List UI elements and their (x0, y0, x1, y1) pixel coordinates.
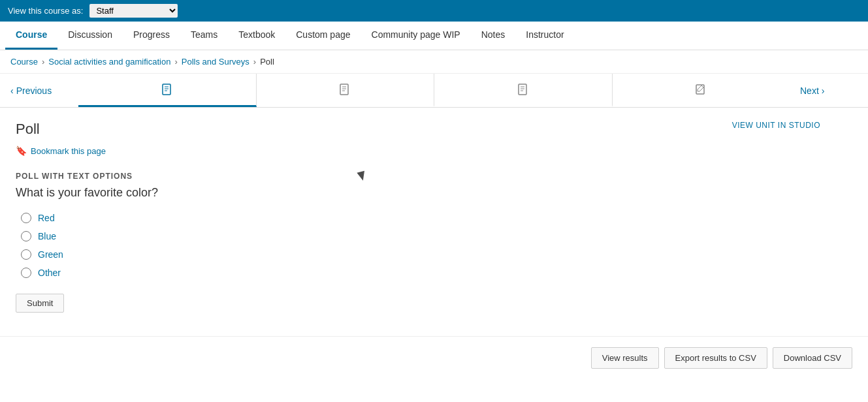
poll-option-green[interactable]: Green (21, 249, 820, 260)
poll-options: Red Blue Green Other (21, 213, 820, 278)
label-red[interactable]: Red (38, 213, 55, 223)
next-chevron-icon: › (822, 85, 825, 96)
radio-blue[interactable] (21, 231, 31, 241)
tab-course[interactable]: Course (5, 22, 57, 50)
bottom-actions: View results Export results to CSV Downl… (0, 336, 868, 379)
poll-option-blue[interactable]: Blue (21, 231, 820, 241)
tab-custom-page[interactable]: Custom page (285, 22, 361, 50)
label-green[interactable]: Green (38, 249, 63, 260)
book-icon-3 (517, 84, 529, 95)
breadcrumb-current: Poll (260, 57, 274, 67)
tab-discussion[interactable]: Discussion (57, 22, 123, 50)
breadcrumb: Course › Social activities and gamificat… (0, 50, 868, 74)
view-studio-link[interactable]: VIEW UNIT IN STUDIO (732, 121, 820, 130)
next-button[interactable]: Next › (790, 74, 868, 107)
prev-button[interactable]: ‹ Previous (0, 74, 78, 107)
label-blue[interactable]: Blue (38, 231, 56, 241)
main-content: Poll VIEW UNIT IN STUDIO 🔖 Bookmark this… (0, 108, 836, 326)
export-csv-button[interactable]: Export results to CSV (664, 347, 767, 369)
poll-option-red[interactable]: Red (21, 213, 820, 223)
tab-textbook[interactable]: Textbook (228, 22, 285, 50)
tab-instructor[interactable]: Instructor (515, 22, 574, 50)
poll-question: What is your favorite color? (16, 186, 820, 200)
breadcrumb-social[interactable]: Social activities and gamification (48, 57, 170, 67)
view-course-label: View this course as: (8, 6, 83, 16)
radio-green[interactable] (21, 249, 31, 260)
breadcrumb-sep-3: › (253, 57, 256, 67)
unit-tab-2[interactable] (257, 74, 435, 107)
breadcrumb-polls[interactable]: Polls and Surveys (182, 57, 249, 67)
bookmark-label: Bookmark this page (31, 146, 106, 156)
view-results-button[interactable]: View results (591, 347, 659, 369)
tab-teams[interactable]: Teams (180, 22, 228, 50)
svg-rect-4 (340, 84, 348, 95)
svg-rect-0 (163, 84, 170, 95)
book-icon-2 (339, 84, 351, 95)
book-icon-1 (161, 84, 173, 95)
poll-option-other[interactable]: Other (21, 268, 820, 278)
page-title: Poll (16, 121, 40, 138)
submit-button[interactable]: Submit (16, 294, 64, 313)
bookmark-row[interactable]: 🔖 Bookmark this page (16, 146, 820, 156)
radio-other[interactable] (21, 268, 31, 278)
radio-red[interactable] (21, 213, 31, 223)
tab-community-page[interactable]: Community page WIP (361, 22, 471, 50)
unit-tab-3[interactable] (434, 74, 613, 107)
breadcrumb-sep-1: › (42, 57, 44, 67)
edit-icon (695, 84, 707, 95)
top-bar: View this course as: Staff Student Speci… (0, 0, 868, 22)
unit-tab-1[interactable] (78, 74, 257, 107)
label-other[interactable]: Other (38, 268, 61, 278)
breadcrumb-course[interactable]: Course (10, 57, 38, 67)
bookmark-icon: 🔖 (16, 146, 27, 156)
next-label: Next (800, 85, 819, 96)
unit-tab-4[interactable] (613, 74, 790, 107)
tab-notes[interactable]: Notes (471, 22, 516, 50)
download-csv-button[interactable]: Download CSV (773, 347, 852, 369)
unit-nav: ‹ Previous Next › (0, 74, 868, 108)
breadcrumb-sep-2: › (174, 57, 177, 67)
view-as-select[interactable]: Staff Student Specific student... (89, 4, 178, 18)
tab-progress[interactable]: Progress (123, 22, 180, 50)
prev-label: Previous (16, 85, 52, 96)
poll-section-label: POLL WITH TEXT OPTIONS (16, 172, 820, 181)
svg-rect-8 (519, 84, 526, 95)
main-nav: Course Discussion Progress Teams Textboo… (0, 22, 868, 50)
page-header: Poll VIEW UNIT IN STUDIO (16, 121, 820, 138)
unit-tabs (78, 74, 790, 107)
prev-chevron-icon: ‹ (10, 85, 14, 96)
